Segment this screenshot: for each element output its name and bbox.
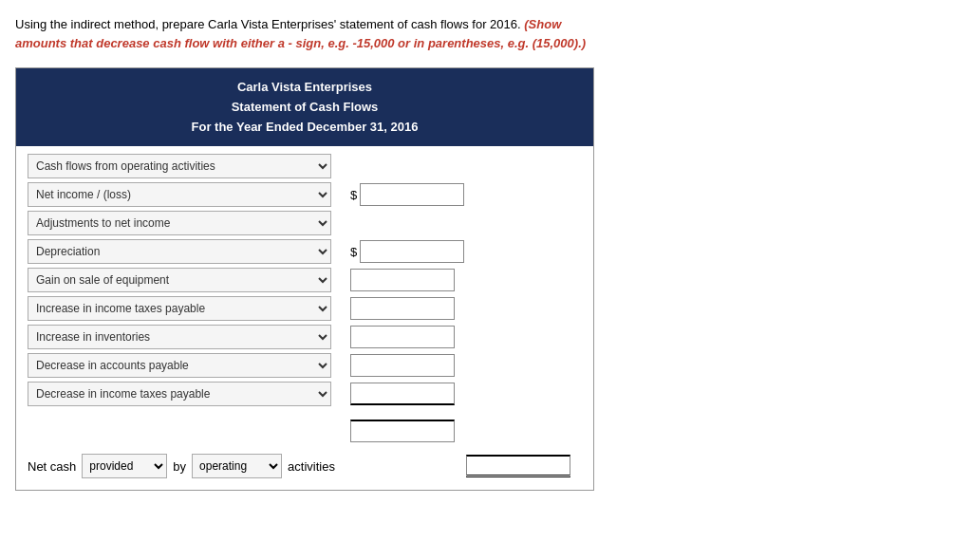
decrease-taxes-amount-cell — [350, 383, 464, 405]
net-cash-label: Net cash — [28, 459, 76, 474]
depreciation-dropdown[interactable]: Depreciation — [28, 239, 331, 264]
gain-label-cell: Gain on sale of equipment — [28, 268, 350, 292]
depreciation-label-cell: Depreciation — [28, 239, 350, 264]
gain-input[interactable] — [350, 269, 455, 291]
depreciation-dollar: $ — [350, 245, 357, 259]
net-income-dropdown[interactable]: Net income / (loss) — [28, 182, 331, 207]
net-cash-final-input[interactable] — [466, 455, 570, 477]
increase-inv-row: Increase in inventories — [28, 325, 582, 349]
header-line1: Carla Vista Enterprises — [24, 78, 586, 98]
net-income-label-cell: Net income / (loss) — [28, 182, 350, 207]
operating-dropdown[interactable]: operating investing financing — [192, 454, 282, 478]
cash-flows-row: Cash flows from operating activities Cas… — [28, 154, 582, 178]
intro-text: Using the indirect method, prepare Carla… — [15, 15, 604, 52]
statement-container: Carla Vista Enterprises Statement of Cas… — [15, 67, 594, 491]
decrease-ap-dropdown[interactable]: Decrease in accounts payable — [28, 353, 331, 378]
decrease-taxes-input[interactable] — [350, 383, 455, 405]
decrease-taxes-dropdown[interactable]: Decrease in income taxes payable — [28, 382, 331, 406]
header-line3: For the Year Ended December 31, 2016 — [24, 118, 586, 138]
statement-body: Cash flows from operating activities Cas… — [16, 146, 593, 490]
net-cash-final-cell — [466, 455, 570, 477]
cash-flows-label-cell: Cash flows from operating activities Cas… — [28, 154, 350, 178]
adjustments-label-cell: Adjustments to net income — [28, 211, 350, 235]
header-line2: Statement of Cash Flows — [24, 98, 586, 118]
subtotal-row — [28, 420, 582, 442]
net-income-amount-cell: $ — [350, 183, 464, 206]
provided-dropdown[interactable]: provided used — [82, 454, 167, 478]
net-cash-row: Net cash provided used by operating inve… — [28, 454, 582, 478]
decrease-taxes-label-cell: Decrease in income taxes payable — [28, 382, 350, 406]
increase-taxes-amount-cell — [350, 297, 464, 320]
increase-taxes-input[interactable] — [350, 297, 455, 320]
statement-header: Carla Vista Enterprises Statement of Cas… — [16, 68, 593, 146]
decrease-ap-amount-cell — [350, 354, 464, 377]
adjustments-dropdown[interactable]: Adjustments to net income — [28, 211, 331, 235]
depreciation-amount-cell: $ — [350, 240, 464, 263]
gain-amount-cell — [350, 269, 464, 291]
net-income-input[interactable] — [360, 183, 464, 206]
net-income-row: Net income / (loss) $ — [28, 182, 582, 207]
increase-taxes-row: Increase in income taxes payable — [28, 296, 582, 321]
intro-main: Using the indirect method, prepare Carla… — [15, 17, 521, 31]
increase-inv-label-cell: Increase in inventories — [28, 325, 350, 349]
subtotal-amount-cell — [350, 420, 464, 442]
depreciation-row: Depreciation $ — [28, 239, 582, 264]
adjustments-row: Adjustments to net income — [28, 211, 582, 235]
increase-inv-dropdown[interactable]: Increase in inventories — [28, 325, 331, 349]
depreciation-input[interactable] — [360, 240, 464, 263]
gain-row: Gain on sale of equipment — [28, 268, 582, 292]
activities-label: activities — [288, 459, 335, 474]
cash-flows-dropdown[interactable]: Cash flows from operating activities Cas… — [28, 154, 331, 178]
subtotal-input[interactable] — [350, 420, 455, 442]
increase-inv-amount-cell — [350, 326, 464, 348]
by-label: by — [173, 459, 186, 474]
decrease-ap-label-cell: Decrease in accounts payable — [28, 353, 350, 378]
spacer1 — [28, 410, 582, 420]
increase-taxes-label-cell: Increase in income taxes payable — [28, 296, 350, 321]
net-income-dollar: $ — [350, 188, 357, 202]
increase-taxes-dropdown[interactable]: Increase in income taxes payable — [28, 296, 331, 321]
decrease-taxes-row: Decrease in income taxes payable — [28, 382, 582, 406]
increase-inv-input[interactable] — [350, 326, 455, 348]
gain-dropdown[interactable]: Gain on sale of equipment — [28, 268, 331, 292]
decrease-ap-row: Decrease in accounts payable — [28, 353, 582, 378]
decrease-ap-input[interactable] — [350, 354, 455, 377]
